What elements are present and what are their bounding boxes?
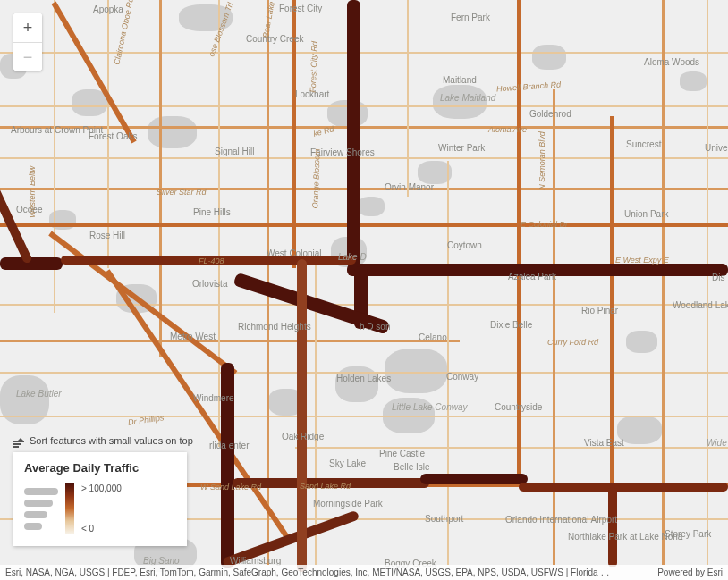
sort-hint-label: Sort features with small values on top	[30, 435, 193, 446]
place-label: Winter Park	[438, 143, 485, 153]
place-label: Aloma Woods	[644, 57, 699, 67]
lake	[179, 4, 233, 31]
highway	[221, 363, 234, 568]
place-label: Sky Lake	[329, 458, 366, 468]
road	[407, 0, 409, 197]
place-label: Forest City	[279, 4, 322, 13]
road	[51, 2, 136, 144]
place-label: Goldenrod	[529, 109, 571, 119]
lake	[626, 331, 657, 353]
place-label: Fern Park	[451, 13, 490, 22]
highway	[297, 259, 307, 572]
place-label: Suncrest	[626, 139, 661, 149]
highway	[608, 487, 617, 567]
road	[517, 0, 521, 483]
highway	[233, 478, 429, 488]
road-label: Forest City Rd	[309, 41, 319, 93]
road-label: Western Beltw	[28, 166, 37, 218]
highway	[61, 256, 356, 265]
road	[0, 52, 728, 54]
place-label: Belle Isle	[394, 462, 430, 472]
sort-hint[interactable]: Sort features with small values on top	[13, 435, 193, 446]
road	[447, 161, 449, 565]
lake	[148, 116, 197, 148]
road	[0, 223, 728, 227]
road	[0, 372, 728, 374]
zoom-out-button[interactable]: −	[13, 42, 42, 71]
attribution-powered-by[interactable]: Powered by Esri	[657, 567, 723, 577]
lake	[433, 85, 487, 119]
place-label: Northlake Park at Lake Nona	[568, 532, 682, 542]
place-label: Signal Hill	[215, 147, 254, 156]
highway	[347, 264, 728, 276]
road	[292, 0, 296, 268]
road-label: Howell Branch Rd	[496, 80, 562, 93]
road-label: N Semoran Blvd	[538, 131, 546, 190]
road-label: Bear Lake Rd	[261, 0, 278, 38]
zoom-in-button[interactable]: +	[13, 13, 42, 42]
place-label: Maitland	[443, 75, 477, 85]
road-label: Claircona Oboe Rd	[112, 0, 135, 65]
attribution-bar: Esri, NASA, NGA, USGS | FDEP, Esri, TomT…	[0, 565, 728, 580]
road	[0, 340, 460, 342]
lake	[680, 71, 707, 91]
legend-color-ramp	[65, 483, 74, 534]
place-label: Dixie Belle	[490, 320, 532, 330]
lake	[385, 349, 447, 393]
road	[107, 0, 109, 268]
highway	[347, 0, 360, 268]
road	[0, 126, 728, 129]
place-label: Coytown	[447, 240, 482, 250]
legend-max-label: > 100,000	[81, 483, 122, 493]
place-label: Orlovista	[192, 279, 227, 289]
place-label: Ocoee	[16, 205, 42, 214]
lake	[358, 197, 385, 216]
lake	[72, 89, 107, 116]
place-label: Morningside Park	[313, 499, 383, 509]
road	[0, 157, 728, 159]
road	[0, 188, 728, 190]
place-label: Fairview Shores	[310, 147, 375, 157]
lake	[532, 45, 566, 70]
legend-size-bars	[24, 488, 58, 530]
road	[610, 116, 614, 492]
lake	[617, 416, 662, 444]
legend-min-label: < 0	[81, 524, 122, 534]
legend: Average Daily Traffic > 100,000 < 0	[13, 452, 187, 546]
road	[159, 0, 162, 357]
legend-title: Average Daily Traffic	[24, 461, 176, 475]
sort-ascending-icon	[13, 435, 24, 446]
place-label: Pine Castle	[379, 449, 425, 458]
place-label: Lockhart	[295, 89, 329, 99]
attribution-sources: Esri, NASA, NGA, USGS | FDEP, Esri, TomT…	[5, 567, 614, 577]
road	[0, 416, 728, 417]
highway	[519, 483, 728, 492]
road	[0, 105, 728, 107]
highway	[420, 474, 528, 484]
road	[662, 0, 665, 565]
place-label: Storey Park	[665, 529, 711, 539]
road	[553, 89, 555, 565]
place-label: Pine Hills	[193, 207, 231, 217]
road	[707, 0, 708, 565]
zoom-control: + −	[13, 13, 42, 71]
